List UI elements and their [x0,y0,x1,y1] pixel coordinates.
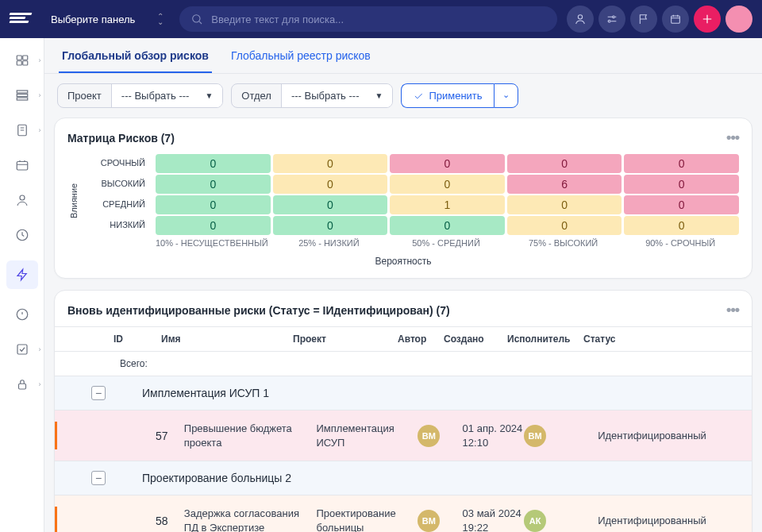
matrix-cell[interactable]: 0 [507,154,622,173]
matrix-title: Матрица Рисков (7) [67,132,175,145]
avatar[interactable]: АК [524,510,546,532]
filter-dept-label: Отдел [232,84,282,107]
matrix-cell[interactable]: 0 [273,175,388,194]
svg-rect-9 [17,91,28,93]
risk-status: Идентифицированный [598,430,752,441]
add-button[interactable] [694,6,721,33]
matrix-cell[interactable]: 0 [273,154,388,173]
search-box[interactable]: Введите текст для поиска... [179,6,557,32]
chevron-down-icon: ▼ [205,91,213,100]
matrix-cell[interactable]: 0 [156,154,271,173]
svg-rect-11 [17,98,28,100]
svg-rect-8 [22,61,27,65]
svg-rect-13 [17,162,28,171]
rail-nav-3[interactable]: › [6,121,38,140]
tab-overview[interactable]: Глобальный обзор рисков [59,38,212,73]
risks-panel: Вновь идентифицированные риски (Статус =… [54,290,752,532]
flag-icon-button[interactable] [630,6,657,33]
matrix-ylabel: Влияние [67,154,80,248]
matrix-col-label: 10% - НЕСУЩЕСТВЕННЫЙ [153,238,271,248]
matrix-col-label: 90% - СРОЧНЫЙ [622,238,739,248]
collapse-button[interactable]: − [91,386,106,400]
rail-nav-4[interactable] [6,156,38,175]
group-row[interactable]: −Проектирование больницы 2 [55,461,752,495]
filter-dept-select[interactable]: --- Выбрать ---▼ [282,84,392,107]
svg-rect-5 [17,56,21,60]
risk-id: 57 [140,430,184,442]
risks-menu[interactable]: ••• [726,302,739,318]
risk-row[interactable]: 57Превышение бюджета проектаИмплементаци… [55,410,752,461]
rail-nav-1[interactable]: › [6,51,38,70]
matrix-panel: Матрица Рисков (7) ••• Влияние СРОЧНЫЙ00… [54,118,752,279]
matrix-cell[interactable]: 0 [507,216,622,235]
topbar-actions [567,6,752,33]
matrix-cell[interactable]: 0 [624,216,739,235]
matrix-row-label: НИЗКИЙ [80,216,153,235]
risk-row[interactable]: 58Задержка согласования ПД в ЭкспертизеП… [55,495,752,532]
avatar[interactable]: ВМ [418,510,440,532]
filter-dept: Отдел --- Выбрать ---▼ [231,83,393,108]
rail-nav-6[interactable] [6,226,38,245]
collapse-button[interactable]: − [91,471,106,485]
svg-point-0 [193,15,200,22]
filters: Проект --- Выбрать ---▼ Отдел --- Выбрат… [44,74,762,118]
rail-nav-2[interactable]: › [6,86,38,105]
rail-nav-9[interactable]: › [6,375,38,394]
matrix-menu[interactable]: ••• [726,129,739,146]
matrix-cell[interactable]: 0 [156,175,271,194]
group-title: Имплементация ИСУП 1 [142,387,269,399]
matrix-cell[interactable]: 0 [273,195,388,214]
panel-selector[interactable]: Выберите панель ⌃⌄ [44,13,170,25]
rail-nav-5[interactable] [6,191,38,210]
main-content: Глобальный обзор рисков Глобальный реест… [44,38,762,532]
matrix-cell[interactable]: 0 [390,216,505,235]
risk-id: 58 [140,515,184,527]
panel-selector-label: Выберите панель [51,13,135,25]
risk-assignee: ВМ [524,425,598,447]
col-project: Проект [293,333,398,345]
matrix-cell[interactable]: 1 [390,195,505,214]
tab-registry[interactable]: Глобальный реестр рисков [228,38,374,73]
tabs: Глобальный обзор рисков Глобальный реест… [44,38,762,74]
matrix-cell[interactable]: 0 [390,175,505,194]
svg-rect-18 [18,384,25,389]
matrix-xlabel: Вероятность [67,256,739,267]
col-id: ID [79,333,158,345]
chevron-down-icon: ▼ [375,91,383,100]
matrix-cell[interactable]: 6 [507,175,622,194]
matrix-cell[interactable]: 0 [624,154,739,173]
sliders-icon-button[interactable] [598,6,625,33]
col-created: Создано [444,333,507,345]
matrix-row-label: СРЕДНИЙ [80,195,153,214]
calendar-icon-button[interactable] [662,6,689,33]
svg-point-3 [608,20,610,22]
rail-nav-8[interactable]: › [6,340,38,359]
matrix-cell[interactable]: 0 [273,216,388,235]
matrix-cell[interactable]: 0 [156,216,271,235]
filter-project-label: Проект [58,84,112,107]
risks-header: ID Имя Проект Автор Создано Исполнитель … [55,326,752,351]
left-rail: › › › › › [0,38,44,532]
apply-button[interactable]: Применить [401,83,493,108]
filter-project-select[interactable]: --- Выбрать ---▼ [112,84,222,107]
rail-nav-7[interactable] [6,305,38,324]
apply-dropdown[interactable]: ⌄ [494,83,518,108]
svg-rect-6 [22,56,27,60]
matrix-cell[interactable]: 0 [624,195,739,214]
col-name: Имя [158,333,293,345]
risk-project: Проектирование больницы [316,507,418,532]
matrix-cell[interactable]: 0 [624,175,739,194]
user-avatar[interactable] [725,6,752,33]
user-icon-button[interactable] [567,6,594,33]
matrix-cell[interactable]: 0 [507,195,622,214]
rail-nav-risks[interactable] [6,260,38,289]
avatar[interactable]: ВМ [418,425,440,447]
matrix-col-label: 25% - НИЗКИЙ [271,238,388,248]
matrix-cell[interactable]: 0 [390,154,505,173]
group-row[interactable]: −Имплементация ИСУП 1 [55,376,752,410]
matrix-cell[interactable]: 0 [156,195,271,214]
app-logo [10,13,35,25]
search-icon [190,13,203,25]
svg-point-2 [613,16,615,18]
avatar[interactable]: ВМ [524,425,546,447]
